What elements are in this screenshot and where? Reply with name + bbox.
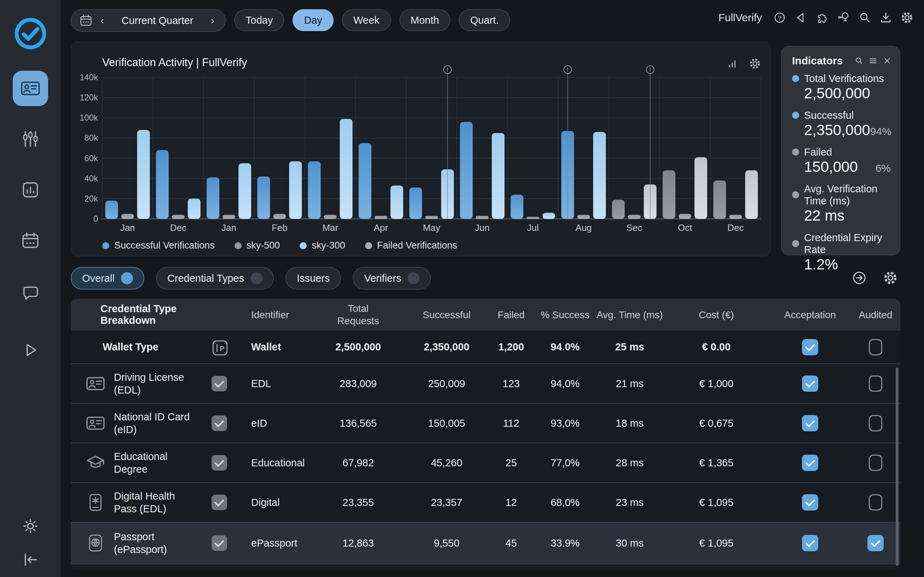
audited-checkbox[interactable] <box>869 339 882 355</box>
sidebar-item-messages[interactable] <box>20 282 41 303</box>
audited-checkbox[interactable] <box>869 494 882 511</box>
total-requests-cell: 136,565 <box>311 417 405 429</box>
audited-checkbox[interactable] <box>869 455 882 471</box>
svg-text:Mar: Mar <box>322 222 338 233</box>
dashboard: ‹ Current Quarter › TodayDayWeekMonthQua… <box>0 0 924 577</box>
audited-checkbox[interactable] <box>867 535 884 551</box>
credential-type-breakdown-table: Credential Type BreakdownIdentifierTotal… <box>71 299 900 570</box>
collapse-sidebar-icon <box>21 551 40 569</box>
chat-icon <box>21 284 40 302</box>
svg-text:Aug: Aug <box>575 222 592 233</box>
puzzle-icon[interactable] <box>815 11 829 25</box>
svg-text:Dec: Dec <box>727 222 743 233</box>
table-row[interactable]: Driving License (EDL)EDL283,009250,00912… <box>71 364 900 404</box>
credential-type-label: Passport (ePassport) <box>114 530 195 556</box>
total-requests-cell: 23,355 <box>311 497 405 508</box>
audited-checkbox[interactable] <box>869 415 882 431</box>
indicators-title: Indicators <box>792 55 854 67</box>
successful-cell: 150,005 <box>405 417 488 429</box>
sidebar-item-analytics[interactable] <box>20 179 41 200</box>
acceptation-checkbox[interactable] <box>802 494 818 511</box>
row-select-checkbox[interactable] <box>212 416 227 431</box>
acceptation-checkbox[interactable] <box>802 339 818 355</box>
svg-text:Jul: Jul <box>527 222 539 233</box>
table-header-cell: Acceptation <box>769 309 851 321</box>
period-button-today[interactable]: Today <box>234 9 284 31</box>
search-icon[interactable] <box>854 56 864 66</box>
back-icon[interactable] <box>794 11 808 25</box>
total-requests-cell: 2,500,000 <box>311 341 405 353</box>
sidebar-item-credentials[interactable] <box>13 71 48 106</box>
row-select-checkbox[interactable] <box>212 455 227 471</box>
period-segment: TodayDayWeekMonthQuart. <box>234 9 510 31</box>
svg-text:?: ? <box>778 15 781 22</box>
identifier-cell: EDL <box>230 378 311 390</box>
legend-item[interactable]: sky-500 <box>234 240 280 251</box>
sidebar-item-filters[interactable] <box>20 128 41 150</box>
table-row[interactable]: National ID Card (eID)eID136,565150,0051… <box>71 404 900 443</box>
id-card-icon <box>86 413 105 433</box>
period-button-day[interactable]: Day <box>292 9 334 31</box>
period-button-month[interactable]: Month <box>399 9 451 31</box>
sidebar-item-calendar[interactable] <box>20 230 41 251</box>
credential-type-label: Digital Health Pass (EDL) <box>114 490 195 516</box>
acceptation-checkbox[interactable] <box>802 376 818 392</box>
next-period-button[interactable]: › <box>208 15 217 26</box>
table-header-cell: Failed <box>488 309 534 321</box>
sidebar-item-run[interactable] <box>20 339 41 361</box>
date-range-nav[interactable]: ‹ Current Quarter › <box>71 9 226 32</box>
legend-dot <box>300 242 307 249</box>
collapse-sidebar-button[interactable] <box>20 549 41 570</box>
avg-time-cell: 25 ms <box>596 341 663 353</box>
logo-check-icon[interactable] <box>13 16 48 51</box>
search-icon[interactable] <box>858 11 872 25</box>
table-row[interactable]: Passport (ePassport)ePassport12,8639,550… <box>71 522 900 564</box>
failed-cell: 12 <box>488 497 534 508</box>
legend-dot <box>102 242 109 249</box>
bar-chart-icon <box>21 181 40 199</box>
tab-verifiers[interactable]: Verifiers <box>353 267 431 290</box>
tab-badge <box>250 272 262 284</box>
table-row[interactable]: Wallet TypePWallet2,500,0002,350,0001,20… <box>71 330 900 364</box>
acceptation-checkbox[interactable] <box>802 455 818 471</box>
vertical-scrollbar[interactable] <box>896 368 898 566</box>
legend-dot <box>234 242 242 249</box>
indicator-value: 150,000 <box>804 158 876 176</box>
legend-item[interactable]: Failed Verifications <box>365 240 457 251</box>
prev-period-button[interactable]: ‹ <box>98 15 107 26</box>
tab-overall[interactable]: Overall <box>71 267 144 290</box>
acceptation-checkbox[interactable] <box>802 535 818 551</box>
verification-activity-chart[interactable]: 020k40k60k80k100k120k140kJanDecJanFebMar… <box>74 64 764 236</box>
row-select-checkbox[interactable] <box>212 376 227 392</box>
tab-credential-types[interactable]: Credential Types <box>156 267 274 290</box>
svg-text:100k: 100k <box>79 113 99 122</box>
legend-label: Failed Verifications <box>377 240 457 251</box>
svg-text:Apr: Apr <box>374 222 388 233</box>
successful-cell: 2,350,000 <box>405 341 488 353</box>
indicator-dot <box>792 75 799 82</box>
audited-checkbox[interactable] <box>869 376 882 392</box>
list-icon[interactable] <box>868 56 878 66</box>
key-search-icon[interactable] <box>836 11 850 25</box>
period-button-quart[interactable]: Quart. <box>459 9 510 31</box>
failed-cell: 25 <box>488 457 534 469</box>
table-row[interactable]: Digital Health Pass (EDL)Digital23,35523… <box>71 483 900 522</box>
period-button-week[interactable]: Week <box>342 9 391 31</box>
arrow-right-circle-icon[interactable] <box>851 270 867 286</box>
close-icon[interactable] <box>882 56 892 66</box>
credential-type-cell: Digital Health Pass (EDL) <box>71 490 209 516</box>
legend-item[interactable]: sky-300 <box>300 240 345 251</box>
acceptation-checkbox[interactable] <box>802 415 818 431</box>
indicator-dot <box>792 148 799 156</box>
legend-item[interactable]: Successful Verifications <box>102 240 215 251</box>
settings-icon[interactable] <box>882 270 898 286</box>
tab-issuers[interactable]: Issuers <box>286 267 341 290</box>
download-icon[interactable] <box>879 11 893 25</box>
row-select-checkbox[interactable] <box>212 495 227 510</box>
table-row[interactable]: Educational DegreeEducational67,98245,26… <box>71 443 900 483</box>
help-icon[interactable]: ? <box>772 11 787 25</box>
settings-icon[interactable] <box>900 11 914 25</box>
row-select-checkbox[interactable] <box>212 535 227 551</box>
indicator-item: Credential Expiry Rate1.2% <box>792 232 900 273</box>
theme-toggle[interactable] <box>20 516 41 537</box>
